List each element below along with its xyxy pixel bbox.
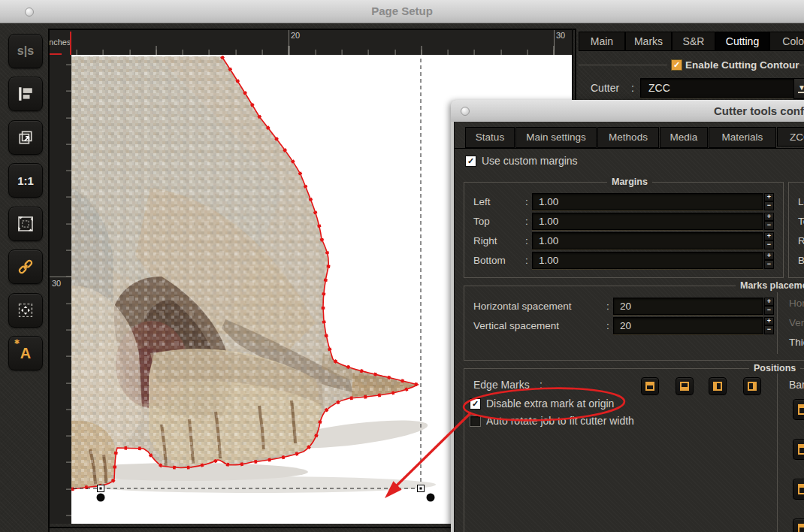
spinner-down-icon[interactable]: − <box>764 306 774 315</box>
horizontal-spacement-label: Horizontal spacement <box>473 301 603 312</box>
barcode-position-icon <box>798 524 804 532</box>
horizontal-spacement-spinner[interactable]: + − <box>764 298 774 315</box>
ruler-unit-label: Inches <box>50 30 72 55</box>
spinner-up-icon[interactable]: + <box>764 252 774 261</box>
edge-mark-top-icon <box>645 382 654 391</box>
margin-left-input[interactable]: 1.00 <box>532 193 763 210</box>
use-custom-margins-checkbox[interactable]: ✓ <box>465 156 476 167</box>
expand-arrows-icon <box>17 301 35 319</box>
fit-frame-button[interactable] <box>8 207 43 241</box>
marks-placement-group: Marks placement Horizontal spacement : 2… <box>464 286 804 361</box>
move-frame-button[interactable] <box>8 293 43 328</box>
margin-bottom-spinner[interactable]: + − <box>764 252 774 269</box>
spinner-down-icon[interactable]: − <box>764 201 774 210</box>
marks-placement-title: Marks placement <box>736 280 804 291</box>
positions-title: Positions <box>749 363 800 373</box>
disable-extra-mark-checkbox[interactable]: ✓ <box>470 398 481 410</box>
horizontal-label-disabled: Horizontal <box>789 298 804 309</box>
margin-top-label: Top <box>798 216 804 227</box>
ruler-origin-marker-v <box>70 32 71 55</box>
spinner-up-icon[interactable]: + <box>764 193 774 202</box>
use-custom-margins-label: Use custom margins <box>482 155 578 167</box>
dialog-content: Status Main settings Methods Media Mater… <box>454 122 804 532</box>
auto-rotate-label: Auto rotate job to fit cutter width <box>486 415 634 427</box>
margin-left-spinner[interactable]: + − <box>764 193 774 210</box>
margin-bottom-input[interactable]: 1.00 <box>532 252 763 269</box>
spinner-up-icon[interactable]: + <box>764 213 774 222</box>
window-titlebar: Page Setup <box>0 0 804 23</box>
spinner-up-icon[interactable]: + <box>764 298 774 307</box>
auto-rotate-checkbox[interactable] <box>470 416 481 427</box>
spinner-down-icon[interactable]: − <box>764 325 774 334</box>
barcode-position-button[interactable] <box>793 399 804 420</box>
open-in-new-icon <box>17 129 34 146</box>
dialog-tab-methods[interactable]: Methods <box>597 127 659 148</box>
window-button-icon[interactable] <box>25 8 34 17</box>
vertical-spacement-spinner[interactable]: + − <box>764 317 774 334</box>
align-tool-button[interactable] <box>8 77 43 111</box>
edge-mark-right-icon <box>748 382 757 391</box>
horizontal-spacement-input[interactable]: 20 <box>613 298 763 315</box>
margin-left-label: Left <box>473 196 521 207</box>
text-style-button[interactable]: ✱ A <box>8 336 43 370</box>
export-view-button[interactable] <box>8 120 43 155</box>
dialog-tab-main-settings[interactable]: Main settings <box>515 127 597 148</box>
tab-cutting[interactable]: Cutting <box>715 32 769 51</box>
margin-right-spinner[interactable]: + − <box>764 232 774 249</box>
barcode-position-button[interactable] <box>793 479 804 500</box>
tab-color[interactable]: Color <box>769 32 804 51</box>
margin-top-spinner[interactable]: + − <box>764 213 774 230</box>
cutter-dropdown-button[interactable]: ▼ <box>793 78 804 99</box>
cutter-label: Cutter <box>591 82 619 94</box>
edge-mark-bottom-button[interactable] <box>676 377 694 395</box>
link-button[interactable] <box>8 249 43 284</box>
align-left-icon <box>17 86 34 102</box>
tab-marks[interactable]: Marks <box>625 32 672 51</box>
spinner-up-icon[interactable]: + <box>764 232 774 241</box>
registration-mark <box>97 494 105 502</box>
group-divider <box>777 292 778 354</box>
tab-main[interactable]: Main <box>579 32 625 51</box>
edge-mark-left-button[interactable] <box>709 377 727 395</box>
dialog-tab-zcc[interactable]: ZCC <box>777 127 804 147</box>
barcode-position-icon <box>798 444 804 455</box>
h-ruler-label-30: 30 <box>556 31 565 40</box>
mirror-tool-button[interactable]: s|s <box>8 34 43 68</box>
edge-mark-top-button[interactable] <box>641 377 659 395</box>
spinner-down-icon[interactable]: − <box>764 221 774 230</box>
cutter-select[interactable]: ZCC <box>640 78 801 98</box>
margins-group: Margins Left : 1.00 + − Top : 1.00 + <box>464 182 784 278</box>
registration-mark <box>427 494 435 502</box>
cutter-tools-dialog: Cutter tools configuration Status Main s… <box>451 100 804 532</box>
barcode-label: Barcode <box>789 379 804 391</box>
thickness-label: Thickness <box>789 337 804 348</box>
spinner-down-icon[interactable]: − <box>764 240 774 249</box>
margin-right-label: Right <box>473 235 521 246</box>
barcode-position-button[interactable] <box>793 439 804 460</box>
tab-sr[interactable]: S&R <box>672 32 715 51</box>
dialog-tab-media[interactable]: Media <box>660 127 708 148</box>
enable-cutting-contour-checkbox[interactable]: ✓ <box>671 59 682 71</box>
selection-handle[interactable] <box>98 485 104 492</box>
dialog-tab-status[interactable]: Status <box>465 127 515 148</box>
margin-right-input[interactable]: 1.00 <box>532 232 763 249</box>
spinner-up-icon[interactable]: + <box>764 317 774 326</box>
dialog-window-button-icon[interactable] <box>461 107 470 116</box>
selection-handle[interactable] <box>418 485 425 492</box>
ruler-origin-marker-h <box>50 53 62 55</box>
zoom-1to1-button[interactable]: 1:1 <box>8 163 43 198</box>
spinner-down-icon[interactable]: − <box>764 260 774 269</box>
vertical-spacement-input[interactable]: 20 <box>613 317 763 334</box>
text-star-icon: ✱ A <box>20 345 31 362</box>
barcode-position-button[interactable] <box>793 518 804 532</box>
margin-top-input[interactable]: 1.00 <box>532 213 763 230</box>
margin-left-label: Left <box>798 196 804 207</box>
dialog-tab-materials[interactable]: Materials <box>709 127 776 148</box>
edge-mark-right-button[interactable] <box>743 377 761 395</box>
h-ruler-label-20: 20 <box>291 31 300 40</box>
dialog-titlebar[interactable]: Cutter tools configuration <box>451 100 804 122</box>
mirror-icon: s|s <box>17 44 34 58</box>
dialog-title: Cutter tools configuration <box>714 100 804 122</box>
edge-marks-label: Edge Marks <box>473 379 530 391</box>
margin-top-label: Top <box>473 216 521 227</box>
